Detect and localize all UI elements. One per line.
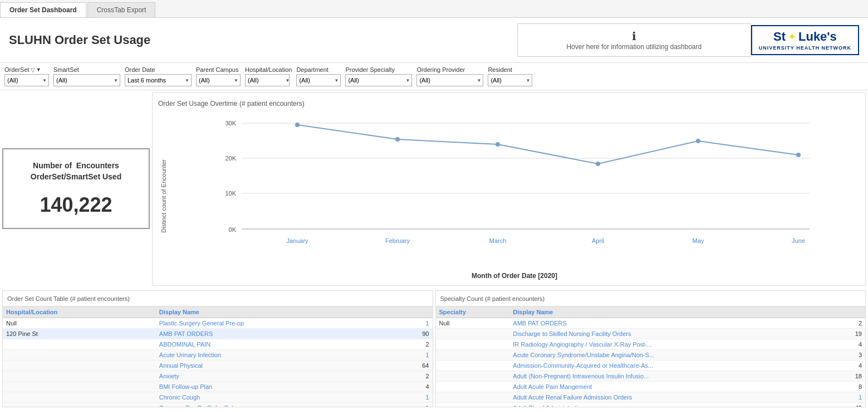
tab-bar: Order Set Dashboard CrossTab Export xyxy=(0,0,868,18)
cell-specialty: Null xyxy=(436,318,510,329)
filter-parentcampus-label: Parent Campus xyxy=(196,66,241,73)
table-row[interactable]: ABDOMINAL PAIN 2 xyxy=(3,339,433,350)
table-row[interactable]: Common Pre Op Order Set 1 xyxy=(3,403,433,407)
funnel-icon: ▽ xyxy=(31,67,35,73)
filter-hospitallocation-wrapper[interactable]: (All) xyxy=(245,74,292,86)
table-row[interactable]: Anxiety 2 xyxy=(3,371,433,382)
table-row[interactable]: BMI Follow-up Plan 4 xyxy=(3,382,433,392)
filter-department: Department (All) xyxy=(296,66,341,86)
filter-orderdate-wrapper[interactable]: Last 6 months xyxy=(125,74,192,86)
filter-smartset-wrapper[interactable]: (All) xyxy=(53,74,120,86)
cell-count: 4 xyxy=(397,382,433,392)
cell-display[interactable]: Annual Physical xyxy=(156,361,397,371)
cell-display[interactable]: Adult Acute Renal Failure Admission Orde… xyxy=(509,392,835,403)
cell-display[interactable]: Acute Coronary Syndrome/Unstabe Angina/N… xyxy=(509,350,835,361)
filter-smartset-select[interactable]: (All) xyxy=(53,74,120,86)
logo-st: St xyxy=(773,30,786,44)
cell-display[interactable]: Common Pre Op Order Set xyxy=(156,403,397,407)
filter-department-wrapper[interactable]: (All) xyxy=(296,74,341,86)
filter-providerspecialty-select[interactable]: (All) xyxy=(345,74,412,86)
specialty-table-scroll[interactable]: Specialty Display Name Null AMB PAT ORDE… xyxy=(436,306,866,407)
month-label-jan: January xyxy=(286,237,308,244)
filter-providerspecialty: Provider Specialty (All) xyxy=(345,66,412,86)
table-row[interactable]: Acute Urinary Infection 1 xyxy=(3,350,433,361)
filter-department-select[interactable]: (All) xyxy=(296,74,341,86)
cell-display[interactable]: IR Radiology Angiography / Vascular X-Ra… xyxy=(509,339,835,350)
cell-specialty xyxy=(436,339,510,350)
month-label-apr: April xyxy=(592,237,604,244)
col-display-name: Display Name xyxy=(156,306,397,318)
col-display-name-specialty: Display Name xyxy=(509,306,835,318)
filter-orderset-select[interactable]: (All) xyxy=(4,74,49,86)
cell-display[interactable]: Admission-Community-Acquired or Healthca… xyxy=(509,361,835,371)
cell-count: 90 xyxy=(397,329,433,339)
svg-text:0K: 0K xyxy=(229,226,237,233)
filter-resident-wrapper[interactable]: (All) xyxy=(488,74,532,86)
filter-orderdate-label: Order Date xyxy=(125,66,192,73)
filter-providerspecialty-wrapper[interactable]: (All) xyxy=(345,74,412,86)
cell-display[interactable]: AMB PAT ORDERS xyxy=(156,329,397,339)
cell-count: 1 xyxy=(397,403,433,407)
cell-display[interactable]: Acute Urinary Infection xyxy=(156,350,397,361)
table-row[interactable]: IR Radiology Angiography / Vascular X-Ra… xyxy=(436,339,866,350)
kpi-label: Number of EncountersOrderSet/SmartSet Us… xyxy=(12,160,140,182)
cell-count: 2 xyxy=(397,339,433,350)
cell-count: 1 xyxy=(397,350,433,361)
filter-resident-select[interactable]: (All) xyxy=(488,74,532,86)
table-row[interactable]: Adult Blood Administration 46 xyxy=(436,403,866,407)
filter-resident-label: Resident xyxy=(488,66,532,73)
specialty-data-table: Specialty Display Name Null AMB PAT ORDE… xyxy=(436,306,866,407)
chart-title: Order Set Usage Overtime (# patient enco… xyxy=(158,99,860,108)
page-header: SLUHN Order Set Usage ℹ Hover here for i… xyxy=(0,18,868,63)
kpi-panel: Number of EncountersOrderSet/SmartSet Us… xyxy=(2,92,150,286)
cell-display[interactable]: ABDOMINAL PAIN xyxy=(156,339,397,350)
table-row[interactable]: Null Plastic Surgery General Pre-op 1 xyxy=(3,318,433,329)
cell-display[interactable]: BMI Follow-up Plan xyxy=(156,382,397,392)
cell-display[interactable]: Anxiety xyxy=(156,371,397,382)
table-row[interactable]: Discharge to Skilled Nursing Facility Or… xyxy=(436,329,866,339)
cell-display[interactable]: Discharge to Skilled Nursing Facility Or… xyxy=(509,329,835,339)
month-label-feb: February xyxy=(385,237,410,244)
table-row[interactable]: Annual Physical 64 xyxy=(3,361,433,371)
col-hospital-location: Hospital/Location xyxy=(3,306,156,318)
filter-orderset-label: OrderSet ▽ ▼ xyxy=(4,66,49,73)
table-row[interactable]: Null AMB PAT ORDERS 2 xyxy=(436,318,866,329)
tab-order-set-dashboard[interactable]: Order Set Dashboard xyxy=(0,2,86,17)
cell-count: 64 xyxy=(397,361,433,371)
chart-svg: 0K 10K 20K 30K xyxy=(169,112,860,268)
cell-display[interactable]: AMB PAT ORDERS xyxy=(509,318,835,329)
filter-orderingprovider-wrapper[interactable]: (All) xyxy=(416,74,483,86)
cell-display[interactable]: Adult Acute Pain Mangement xyxy=(509,382,835,392)
table-row[interactable]: Adult Acute Renal Failure Admission Orde… xyxy=(436,392,866,403)
filter-orderset: OrderSet ▽ ▼ (All) xyxy=(4,66,49,86)
filter-parentcampus-wrapper[interactable]: (All) xyxy=(196,74,241,86)
main-content: Number of EncountersOrderSet/SmartSet Us… xyxy=(0,90,868,288)
filter-hospitallocation: Hospital/Location (All) xyxy=(245,66,292,86)
cell-display[interactable]: Adult (Non-Pregnant) Intravenous Insulin… xyxy=(509,371,835,382)
tab-crosstab-export[interactable]: CrossTab Export xyxy=(87,2,156,17)
logo-lukes: Luke's xyxy=(798,30,837,44)
cell-display[interactable]: Chronic Cough xyxy=(156,392,397,403)
filter-hospitallocation-select[interactable]: (All) xyxy=(245,74,290,86)
cell-specialty xyxy=(436,392,510,403)
table-row[interactable]: Acute Coronary Syndrome/Unstabe Angina/N… xyxy=(436,350,866,361)
cell-location xyxy=(3,350,156,361)
table-row[interactable]: Adult Acute Pain Mangement 8 xyxy=(436,382,866,392)
order-set-count-table: Order Set Count Table (# patient encount… xyxy=(2,290,433,407)
table-row[interactable]: 120 Pine St AMB PAT ORDERS 90 xyxy=(3,329,433,339)
filter-orderdate-select[interactable]: Last 6 months xyxy=(125,74,192,86)
table-row[interactable]: Admission-Community-Acquired or Healthca… xyxy=(436,361,866,371)
info-tooltip-box[interactable]: ℹ Hover here for information utilizing d… xyxy=(517,23,751,57)
order-set-table-scroll[interactable]: Hospital/Location Display Name Null Plas… xyxy=(3,306,433,407)
cell-display[interactable]: Adult Blood Administration xyxy=(509,403,835,407)
table-row[interactable]: Adult (Non-Pregnant) Intravenous Insulin… xyxy=(436,371,866,382)
filter-resident: Resident (All) xyxy=(488,66,532,86)
filter-orderdate: Order Date Last 6 months xyxy=(125,66,192,86)
filter-parentcampus-select[interactable]: (All) xyxy=(196,74,241,86)
cell-display[interactable]: Plastic Surgery General Pre-op xyxy=(156,318,397,329)
cell-count: 1 xyxy=(397,318,433,329)
chart-panel: Order Set Usage Overtime (# patient enco… xyxy=(152,92,866,286)
table-row[interactable]: Chronic Cough 1 xyxy=(3,392,433,403)
filter-orderingprovider-select[interactable]: (All) xyxy=(416,74,483,86)
filter-orderset-wrapper[interactable]: (All) xyxy=(4,74,49,86)
